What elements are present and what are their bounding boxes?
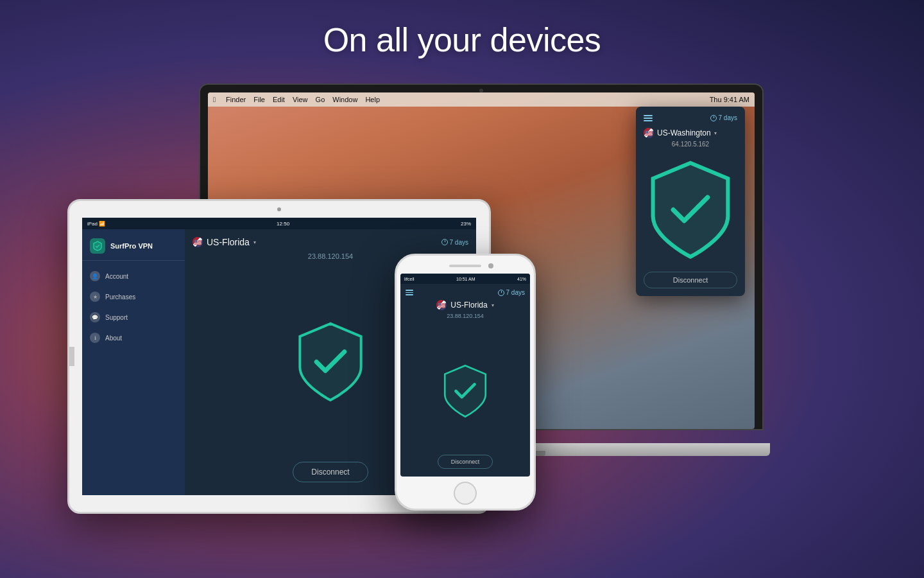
iphone-us-flag-icon: 🇺🇸 bbox=[436, 300, 447, 310]
iphone-carrier: lifcell bbox=[404, 277, 415, 281]
hero-title: On all your devices bbox=[323, 21, 601, 59]
ipad-camera bbox=[277, 207, 281, 211]
view-menu[interactable]: View bbox=[293, 96, 308, 103]
sidebar-item-account[interactable]: 👤 Account bbox=[82, 266, 185, 286]
iphone-device: lifcell 10:51 AM 41% 7 days 🇺🇸 US-Flo bbox=[395, 254, 536, 511]
iphone-statusbar: lifcell 10:51 AM 41% bbox=[400, 274, 530, 284]
ipad-statusbar: iPad 📶 12:50 23% bbox=[82, 218, 476, 229]
ipad-battery: 23% bbox=[461, 221, 471, 227]
ipad-chevron-icon: ▾ bbox=[253, 240, 256, 245]
sidebar-account-label: Account bbox=[105, 273, 128, 280]
surfpro-logo-icon bbox=[93, 241, 102, 251]
iphone-camera bbox=[488, 263, 493, 268]
mac-vpn-popup-header: 7 days bbox=[644, 114, 737, 121]
sidebar-support-label: Support bbox=[105, 314, 128, 321]
go-menu[interactable]: Go bbox=[316, 96, 325, 103]
iphone-battery: 41% bbox=[517, 277, 526, 281]
ipad-app-name: SurfPro VPN bbox=[110, 242, 153, 250]
ipad-location-row[interactable]: 🇺🇸 US-Florida ▾ bbox=[193, 237, 256, 247]
iphone-location-row[interactable]: 🇺🇸 US-Florida ▾ bbox=[436, 300, 493, 310]
iphone-top-bar: 7 days bbox=[406, 289, 525, 296]
help-menu[interactable]: Help bbox=[365, 96, 380, 103]
ipad-home-button[interactable] bbox=[68, 347, 74, 366]
ipad-timer-icon bbox=[441, 239, 448, 245]
mac-vpn-location-row[interactable]: 🇺🇸 US-Washington ▾ bbox=[644, 128, 737, 138]
ipad-sidebar-header: SurfPro VPN bbox=[82, 229, 185, 261]
iphone-timer-badge: 7 days bbox=[498, 289, 525, 296]
purchases-icon: ★ bbox=[90, 292, 100, 302]
account-icon: 👤 bbox=[90, 271, 100, 281]
mac-vpn-location-name: US-Washington bbox=[657, 128, 711, 137]
ipad-ip: 23.88.120.154 bbox=[308, 252, 353, 260]
ipad-shield-icon bbox=[292, 319, 369, 405]
file-menu[interactable]: File bbox=[253, 96, 265, 103]
support-icon: 💬 bbox=[90, 312, 100, 322]
ipad-shield-container bbox=[292, 268, 369, 455]
iphone-shield-icon bbox=[440, 362, 491, 420]
sidebar-purchases-label: Purchases bbox=[105, 293, 135, 301]
iphone-speaker bbox=[449, 265, 481, 267]
ipad-status-left: iPad 📶 bbox=[87, 221, 105, 227]
sidebar-item-purchases[interactable]: ★ Purchases bbox=[82, 286, 185, 307]
finder-menu[interactable]: Finder bbox=[226, 96, 246, 103]
iphone-timer-text: 7 days bbox=[506, 289, 525, 296]
chevron-down-icon: ▾ bbox=[714, 130, 717, 136]
iphone-chevron-icon: ▾ bbox=[492, 302, 494, 308]
iphone-screen: lifcell 10:51 AM 41% 7 days 🇺🇸 US-Flo bbox=[400, 274, 530, 477]
sidebar-about-label: About bbox=[105, 335, 122, 342]
hamburger-menu-icon[interactable] bbox=[644, 115, 653, 121]
shield-icon-large bbox=[644, 157, 737, 263]
sidebar-item-support[interactable]: 💬 Support bbox=[82, 307, 185, 328]
ipad-timer-text: 7 days bbox=[450, 239, 468, 246]
iphone-body: lifcell 10:51 AM 41% 7 days 🇺🇸 US-Flo bbox=[395, 254, 536, 511]
iphone-disconnect-button[interactable]: Disconnect bbox=[438, 455, 493, 469]
mac-timer-text: 7 days bbox=[719, 114, 737, 121]
apple-menu-icon[interactable]:  bbox=[213, 96, 216, 103]
menubar-time: Thu 9:41 AM bbox=[710, 96, 749, 103]
iphone-hamburger-icon[interactable] bbox=[406, 290, 413, 295]
surfpro-logo bbox=[90, 238, 105, 254]
mac-vpn-ip: 64.120.5.162 bbox=[644, 141, 737, 148]
ipad-timer-badge: 7 days bbox=[441, 239, 468, 246]
mac-vpn-shield bbox=[644, 157, 737, 263]
ipad-us-flag-icon: 🇺🇸 bbox=[193, 237, 203, 247]
sidebar-item-about[interactable]: ℹ About bbox=[82, 328, 185, 348]
iphone-shield-container bbox=[440, 327, 491, 455]
iphone-time: 10:51 AM bbox=[456, 277, 475, 281]
ipad-location-name: US-Florida bbox=[207, 237, 250, 247]
ipad-top-bar: 🇺🇸 US-Florida ▾ 7 days bbox=[193, 237, 468, 247]
iphone-timer-icon bbox=[498, 290, 504, 296]
edit-menu[interactable]: Edit bbox=[273, 96, 285, 103]
iphone-home-button[interactable] bbox=[454, 482, 477, 505]
iphone-content: 7 days 🇺🇸 US-Florida ▾ 23.88.120.154 Dis… bbox=[400, 284, 530, 477]
timer-icon bbox=[710, 115, 717, 121]
macbook-menubar:  Finder File Edit View Go Window Help T… bbox=[208, 92, 755, 107]
ipad-disconnect-button[interactable]: Disconnect bbox=[293, 462, 368, 482]
menubar-right: Thu 9:41 AM bbox=[710, 96, 749, 103]
ipad-time: 12:50 bbox=[277, 221, 289, 227]
iphone-ip: 23.88.120.154 bbox=[447, 313, 484, 319]
mac-disconnect-button[interactable]: Disconnect bbox=[644, 272, 737, 288]
mac-vpn-timer: 7 days bbox=[710, 114, 737, 121]
about-icon: ℹ bbox=[90, 333, 100, 343]
ipad-sidebar: SurfPro VPN 👤 Account ★ Purchases 💬 Supp… bbox=[82, 229, 185, 495]
window-menu[interactable]: Window bbox=[332, 96, 357, 103]
iphone-location-name: US-Florida bbox=[450, 301, 487, 310]
mac-vpn-popup: 7 days 🇺🇸 US-Washington ▾ 64.120.5.162 D… bbox=[636, 107, 745, 296]
us-flag-icon: 🇺🇸 bbox=[644, 128, 654, 138]
ipad-sidebar-nav: 👤 Account ★ Purchases 💬 Support ℹ About bbox=[82, 261, 185, 353]
